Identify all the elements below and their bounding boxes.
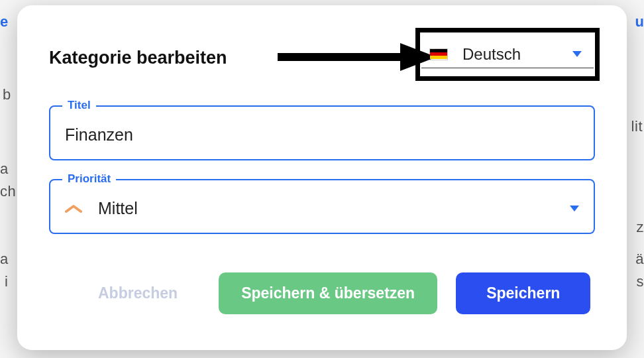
language-label: Deutsch [462,45,572,64]
priority-field-label: Priorität [62,172,116,186]
priority-select[interactable]: Mittel [65,199,579,218]
svg-marker-3 [570,206,579,211]
chevron-down-icon [572,49,582,60]
language-selector-highlight: Deutsch [415,28,600,81]
priority-medium-icon [65,203,82,215]
priority-field[interactable]: Priorität Mittel [49,179,595,234]
priority-value: Mittel [98,199,570,218]
germany-flag-icon [429,48,448,60]
dialog-title: Kategorie bearbeiten [49,48,227,68]
dialog-actions: Abbrechen Speichern & übersetzen Speiche… [49,272,595,314]
save-button[interactable]: Speichern [456,272,590,314]
svg-marker-2 [572,51,582,57]
title-input[interactable] [65,125,579,145]
language-selector[interactable]: Deutsch [421,41,594,68]
title-field-label: Titel [62,99,96,112]
dialog-header: Kategorie bearbeiten Deutsch [49,48,595,68]
cancel-button[interactable]: Abbrechen [76,272,200,314]
chevron-down-icon [570,204,579,214]
save-and-translate-button[interactable]: Speichern & übersetzen [219,272,437,314]
edit-category-dialog: Kategorie bearbeiten Deutsch Titel [17,5,627,350]
title-field[interactable]: Titel [49,105,595,160]
arrow-annotation-icon [278,43,437,71]
